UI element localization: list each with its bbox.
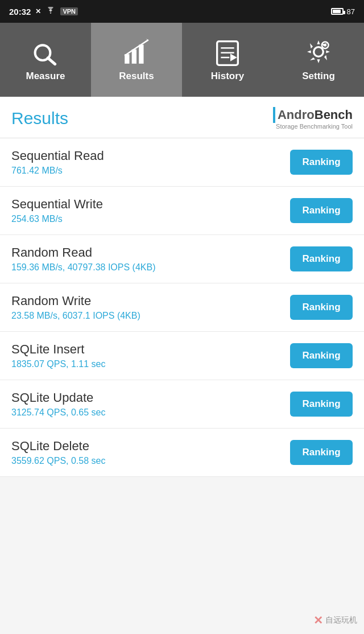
tab-results-label: Results bbox=[119, 71, 154, 82]
battery-percent: 87 bbox=[347, 7, 355, 16]
result-row: Random Read 159.36 MB/s, 40797.38 IOPS (… bbox=[0, 235, 364, 283]
result-row: SQLite Update 3125.74 QPS, 0.65 sec Rank… bbox=[0, 380, 364, 429]
content-area: Results AndroBench Storage Benchmarking … bbox=[0, 97, 364, 634]
brand-andro: Andro bbox=[278, 108, 315, 122]
result-name-4: SQLite Insert bbox=[11, 342, 290, 357]
result-name-2: Random Read bbox=[11, 245, 290, 260]
tab-history-label: History bbox=[211, 71, 245, 82]
ranking-button-3[interactable]: Ranking bbox=[290, 295, 353, 320]
brand-area: AndroBench Storage Benchmarking Tool bbox=[273, 107, 353, 130]
result-row: Sequential Read 761.42 MB/s Ranking bbox=[0, 138, 364, 187]
battery-icon bbox=[331, 8, 344, 15]
result-info-0: Sequential Read 761.42 MB/s bbox=[11, 149, 290, 176]
svg-marker-10 bbox=[230, 53, 237, 61]
ranking-button-5[interactable]: Ranking bbox=[290, 392, 353, 417]
svg-rect-4 bbox=[139, 45, 143, 64]
result-value-0: 761.42 MB/s bbox=[11, 166, 290, 176]
page-title: Results bbox=[11, 109, 68, 128]
vpn-label: VPN bbox=[60, 7, 78, 15]
status-time-area: 20:32 ✕ VPN bbox=[9, 7, 78, 17]
ranking-button-1[interactable]: Ranking bbox=[290, 198, 353, 223]
svg-line-1 bbox=[48, 58, 55, 64]
tab-measure[interactable]: Measure bbox=[0, 23, 91, 97]
ranking-button-0[interactable]: Ranking bbox=[290, 150, 353, 175]
result-name-6: SQLite Delete bbox=[11, 439, 290, 454]
ranking-button-2[interactable]: Ranking bbox=[290, 246, 353, 271]
ranking-button-6[interactable]: Ranking bbox=[290, 440, 353, 465]
brand-bar-accent bbox=[273, 107, 275, 123]
svg-point-13 bbox=[324, 44, 326, 47]
tab-setting-label: Setting bbox=[302, 71, 335, 82]
result-value-3: 23.58 MB/s, 6037.1 IOPS (4KB) bbox=[11, 311, 290, 321]
result-name-0: Sequential Read bbox=[11, 149, 290, 163]
result-info-3: Random Write 23.58 MB/s, 6037.1 IOPS (4K… bbox=[11, 294, 290, 321]
brand-subtitle: Storage Benchmarking Tool bbox=[276, 123, 353, 130]
result-value-6: 3559.62 QPS, 0.58 sec bbox=[11, 456, 290, 466]
result-row: Random Write 23.58 MB/s, 6037.1 IOPS (4K… bbox=[0, 283, 364, 332]
brand-bench: Bench bbox=[315, 108, 353, 122]
svg-point-11 bbox=[314, 47, 324, 57]
wifi-icon bbox=[46, 7, 56, 17]
result-info-1: Sequential Write 254.63 MB/s bbox=[11, 197, 290, 224]
nav-tabs: Measure Results History bbox=[0, 23, 364, 97]
status-bar: 20:32 ✕ VPN 87 bbox=[0, 0, 364, 23]
result-value-2: 159.36 MB/s, 40797.38 IOPS (4KB) bbox=[11, 262, 290, 273]
setting-icon bbox=[304, 38, 333, 66]
result-name-1: Sequential Write bbox=[11, 197, 290, 212]
watermark: ✕ 自远玩机 bbox=[313, 614, 357, 627]
results-icon bbox=[122, 38, 151, 66]
status-right-area: 87 bbox=[331, 7, 355, 16]
status-time: 20:32 bbox=[9, 7, 31, 17]
brand-name: AndroBench bbox=[273, 107, 353, 123]
svg-rect-3 bbox=[132, 50, 136, 64]
tab-setting[interactable]: Setting bbox=[273, 23, 364, 97]
result-info-4: SQLite Insert 1835.07 QPS, 1.11 sec bbox=[11, 342, 290, 369]
results-header: Results AndroBench Storage Benchmarking … bbox=[0, 97, 364, 138]
tab-history[interactable]: History bbox=[182, 23, 273, 97]
network-icon: ✕ bbox=[35, 7, 41, 15]
result-value-1: 254.63 MB/s bbox=[11, 214, 290, 224]
ranking-button-4[interactable]: Ranking bbox=[290, 343, 353, 368]
results-list: Sequential Read 761.42 MB/s Ranking Sequ… bbox=[0, 138, 364, 477]
result-row: SQLite Delete 3559.62 QPS, 0.58 sec Rank… bbox=[0, 429, 364, 477]
watermark-logo: ✕ bbox=[313, 614, 323, 627]
result-name-5: SQLite Update bbox=[11, 390, 290, 405]
result-value-5: 3125.74 QPS, 0.65 sec bbox=[11, 407, 290, 418]
result-value-4: 1835.07 QPS, 1.11 sec bbox=[11, 359, 290, 369]
history-icon bbox=[213, 38, 242, 66]
result-info-5: SQLite Update 3125.74 QPS, 0.65 sec bbox=[11, 390, 290, 418]
measure-icon bbox=[31, 38, 60, 66]
result-info-2: Random Read 159.36 MB/s, 40797.38 IOPS (… bbox=[11, 245, 290, 273]
tab-results[interactable]: Results bbox=[91, 23, 182, 97]
result-row: SQLite Insert 1835.07 QPS, 1.11 sec Rank… bbox=[0, 332, 364, 380]
result-name-3: Random Write bbox=[11, 294, 290, 308]
result-row: Sequential Write 254.63 MB/s Ranking bbox=[0, 187, 364, 235]
watermark-label: 自远玩机 bbox=[325, 615, 357, 625]
tab-measure-label: Measure bbox=[26, 71, 65, 82]
result-info-6: SQLite Delete 3559.62 QPS, 0.58 sec bbox=[11, 439, 290, 466]
